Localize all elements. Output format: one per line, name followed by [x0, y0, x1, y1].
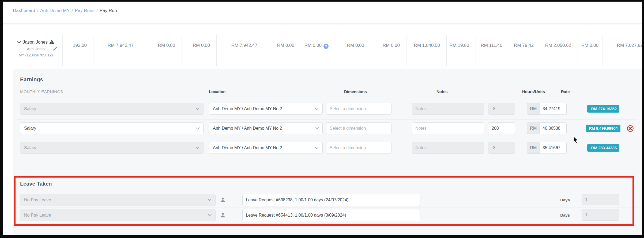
payrun-value-cell: RM 0.00 [264, 35, 301, 66]
chevron-down-icon [315, 147, 319, 149]
days-label: Days [554, 194, 570, 206]
breadcrumb-separator: / [96, 8, 98, 13]
currency-prefix: RM [527, 142, 540, 154]
leave-type-select[interactable]: No Pay Leave [20, 194, 216, 206]
currency-prefix: RM [527, 103, 540, 115]
row-divider [17, 223, 638, 223]
row-divider [17, 208, 638, 208]
hours-input[interactable] [488, 122, 515, 134]
payrun-value-cell: RM 0.00 [578, 35, 602, 66]
amount-badge: -RM 283.33336 [583, 144, 623, 152]
earning-type-select[interactable]: Salary [20, 122, 204, 134]
payrun-value-cell: RM 0.00 [335, 35, 371, 66]
notes-input[interactable] [412, 103, 484, 115]
row-divider [17, 139, 638, 139]
payrun-value-cell: RM 111.40 [476, 35, 509, 66]
breadcrumb-separator: / [37, 8, 38, 13]
payrun-value-cell: 192.00 [62, 35, 93, 66]
hours-input[interactable] [488, 142, 515, 154]
chevron-down-icon [196, 108, 199, 110]
earning-type-select[interactable]: Salary [20, 103, 204, 115]
amount-badge: RM 8,499.99904 [583, 125, 623, 132]
payrun-value-cell: RM 0.00 [140, 35, 182, 66]
rate-field: RM [527, 122, 567, 134]
rate-input[interactable] [540, 142, 567, 154]
employee-summary-row: Jason Jones Anh Demo MY (123456789012) 1… [5, 35, 642, 66]
payrun-value-cell: RM 79.42 [509, 35, 540, 66]
chevron-down-icon [315, 127, 319, 130]
earnings-section-title: Earnings [20, 76, 43, 83]
rate-input[interactable] [540, 122, 567, 134]
employee-name-cell[interactable]: Jason Jones Anh Demo MY (123456789012) [5, 35, 62, 66]
breadcrumb-current: Pay Run [100, 8, 117, 13]
dimension-input[interactable] [326, 142, 391, 154]
amount-badge: -RM 274.19352 [583, 105, 623, 113]
breadcrumb-payruns[interactable]: Pay Runs [75, 8, 95, 13]
days-input[interactable] [582, 209, 619, 221]
payrun-value-cell: RM 7,942.47 [216, 35, 264, 66]
row-divider [17, 119, 638, 120]
chevron-down-icon [196, 127, 199, 130]
days-input[interactable] [582, 194, 619, 205]
payrun-value-cell: RM 0.00? [301, 35, 335, 66]
leave-type-select[interactable]: No Pay Leave [20, 209, 216, 221]
rate-field: RM [527, 103, 567, 115]
notes-input[interactable] [412, 122, 484, 134]
payrun-value-cell: RM 7,027.82 [602, 35, 642, 66]
column-header-rate: Rate [561, 89, 570, 94]
chevron-down-icon [196, 147, 199, 149]
payrun-value-cell: RM 0.00 [182, 35, 216, 66]
dimension-input[interactable] [326, 103, 391, 115]
chevron-down-icon [315, 108, 319, 110]
warning-icon[interactable] [49, 40, 54, 44]
currency-prefix: RM [527, 122, 540, 134]
payrun-value-cell: RM 0.00 [371, 35, 406, 66]
employee-name: Jason Jones [23, 40, 48, 45]
chevron-down-icon [208, 199, 212, 201]
breadcrumb-company[interactable]: Anh Demo MY [40, 8, 70, 13]
column-header-notes: Notes [436, 89, 448, 94]
breadcrumb-separator: / [71, 8, 73, 13]
rate-field: RM [527, 142, 567, 154]
dimension-input[interactable] [326, 122, 391, 134]
person-icon [220, 212, 225, 218]
column-header-hours: Hours/Units [522, 89, 545, 94]
top-bar: Dashboard/Anh Demo MY/Pay Runs/Pay Run [3, 2, 642, 24]
chevron-down-icon[interactable] [17, 41, 21, 44]
earnings-group-label: MONTHLY EARNINGS [20, 89, 63, 94]
help-icon[interactable]: ? [323, 44, 329, 49]
delete-row-icon[interactable] [627, 125, 634, 132]
breadcrumb-dashboard[interactable]: Dashboard [13, 8, 35, 13]
location-select[interactable]: Anh Demo MY / Anh Demo MY No 2 [209, 103, 323, 115]
section-divider [17, 158, 638, 158]
pay-details-panel: Earnings MONTHLY EARNINGS Location Dimen… [13, 69, 642, 235]
payrun-page: Dashboard/Anh Demo MY/Pay Runs/Pay Run J… [3, 2, 642, 235]
hours-input[interactable] [488, 103, 515, 115]
location-select[interactable]: Anh Demo MY / Anh Demo MY No 2 [209, 142, 323, 154]
column-header-location: Location [209, 89, 226, 94]
leave-section-title: Leave Taken [20, 181, 52, 187]
location-select[interactable]: Anh Demo MY / Anh Demo MY No 2 [209, 122, 323, 134]
edit-pencil-icon[interactable] [53, 46, 58, 52]
payrun-value-cell: RM 1,840.00 [406, 35, 446, 66]
breadcrumb: Dashboard/Anh Demo MY/Pay Runs/Pay Run [13, 8, 117, 13]
employee-org-line1: Anh Demo [27, 47, 44, 51]
payrun-value-cell: RM 2,050.62 [540, 35, 578, 66]
chevron-down-icon [208, 214, 212, 216]
earning-type-select[interactable]: Salary [20, 142, 204, 154]
leave-request-input[interactable] [242, 194, 420, 206]
payrun-value-cell: RM 7,942.47 [93, 35, 140, 66]
leave-request-input[interactable] [242, 209, 420, 221]
employee-org-line2: MY (123456789012) [12, 53, 60, 57]
column-header-dimensions: Dimensions [344, 89, 367, 94]
days-label: Days [554, 209, 570, 221]
person-icon [220, 197, 225, 202]
payrun-value-cell: RM 19.80 [446, 35, 476, 66]
notes-input[interactable] [412, 142, 484, 154]
rate-input[interactable] [540, 103, 567, 115]
